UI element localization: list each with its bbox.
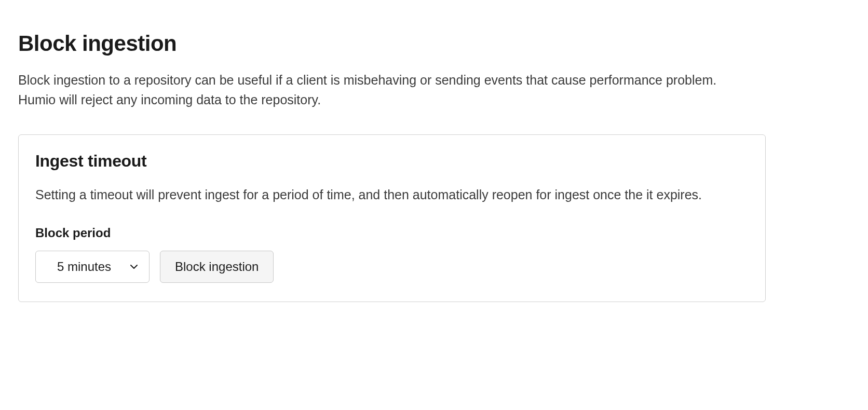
page-container: Block ingestion Block ingestion to a rep… bbox=[0, 0, 868, 320]
block-period-select[interactable]: 5 minutes bbox=[35, 251, 150, 283]
page-description: Block ingestion to a repository can be u… bbox=[18, 71, 755, 110]
block-period-label: Block period bbox=[35, 226, 749, 240]
block-period-select-wrapper: 5 minutes bbox=[35, 251, 150, 283]
controls-row: 5 minutes Block ingestion bbox=[35, 251, 749, 283]
block-ingestion-button[interactable]: Block ingestion bbox=[160, 251, 274, 283]
card-description: Setting a timeout will prevent ingest fo… bbox=[35, 185, 741, 205]
card-title: Ingest timeout bbox=[35, 152, 749, 171]
page-title: Block ingestion bbox=[18, 31, 850, 56]
ingest-timeout-card: Ingest timeout Setting a timeout will pr… bbox=[18, 134, 766, 302]
